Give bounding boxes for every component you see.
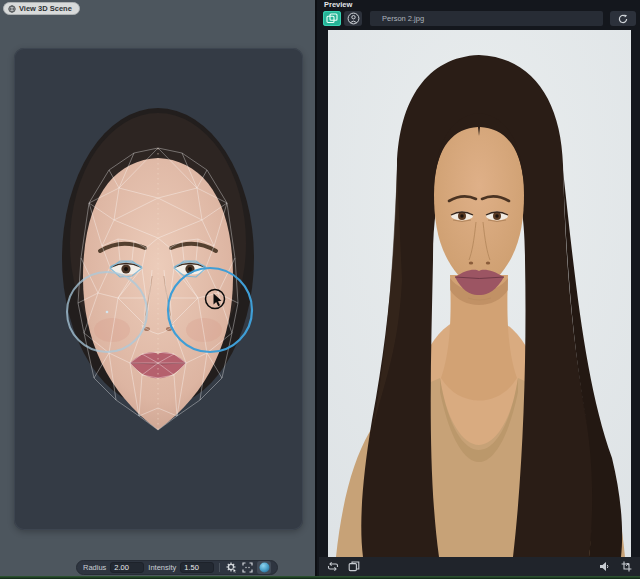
- images-mode-button[interactable]: [323, 11, 341, 26]
- preview-panel-title: Preview: [324, 0, 352, 9]
- face-mesh-scene: [14, 48, 303, 530]
- face-editor-app: View 3D Scene: [0, 0, 640, 579]
- person-mode-button[interactable]: [344, 11, 362, 26]
- view-3d-scene-label: View 3D Scene: [19, 4, 72, 13]
- images-icon: [326, 13, 338, 24]
- expand-icon[interactable]: [241, 562, 253, 574]
- preview-tab-label: Person 2.jpg: [382, 14, 424, 23]
- preview-tabbar: Person 2.jpg: [323, 9, 636, 28]
- brush-toolbar: Radius Intensity: [76, 560, 278, 575]
- scene-panel: View 3D Scene: [0, 0, 317, 576]
- preview-panel: Preview Person 2.jpg: [319, 0, 640, 576]
- gear-cursor-icon[interactable]: [225, 562, 237, 574]
- portrait-photo: [328, 30, 631, 557]
- person-icon: [347, 12, 360, 25]
- frames-icon[interactable]: [347, 560, 360, 573]
- scene-viewport[interactable]: [14, 48, 303, 530]
- sphere-toggle-icon[interactable]: [257, 561, 271, 574]
- globe-icon: [8, 5, 16, 13]
- preview-image-person2[interactable]: [328, 30, 631, 557]
- toolbar-divider: [219, 563, 220, 572]
- loop-icon[interactable]: [326, 560, 339, 573]
- radius-label: Radius: [83, 563, 106, 572]
- radius-input[interactable]: [110, 562, 144, 573]
- refresh-icon: [618, 14, 628, 24]
- crop-icon[interactable]: [620, 560, 633, 573]
- intensity-label: Intensity: [148, 563, 176, 572]
- preview-tab-person2[interactable]: Person 2.jpg: [370, 11, 603, 26]
- brush-center-dot: [106, 311, 109, 314]
- speaker-icon[interactable]: [598, 560, 611, 573]
- view-3d-scene-button[interactable]: View 3D Scene: [3, 2, 80, 15]
- preview-bottombar: [319, 557, 640, 576]
- refresh-button[interactable]: [610, 11, 636, 26]
- intensity-input[interactable]: [180, 562, 214, 573]
